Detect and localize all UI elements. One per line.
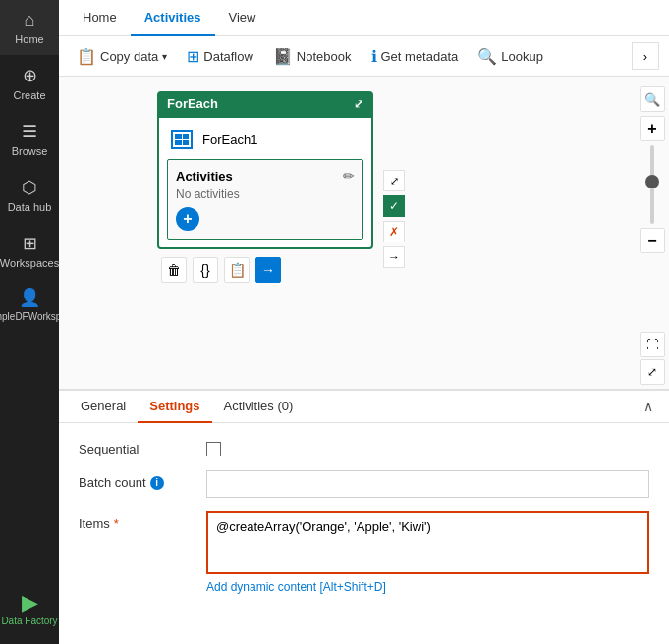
copy-data-arrow: ▾ — [162, 51, 167, 62]
dataflow-label: Dataflow — [203, 49, 253, 64]
copy-button[interactable]: 📋 — [224, 257, 250, 283]
foreach-icon — [167, 126, 196, 153]
sidebar-item-workspaces[interactable]: ⊞ Workspaces — [0, 223, 59, 279]
browse-icon: ☰ — [22, 121, 37, 142]
batch-count-row: Batch count i — [79, 470, 649, 498]
home-icon: ⌂ — [25, 10, 35, 30]
add-activity-button[interactable]: + — [176, 207, 199, 231]
foreach-body: ForEach1 Activities ✏ No activities + — [157, 116, 373, 249]
sidebar-label-workspaces: Workspaces — [0, 257, 59, 269]
sidebar-item-sample[interactable]: 👤 SampleDFWorkspace — [0, 279, 59, 330]
create-icon: ⊕ — [23, 65, 37, 86]
foreach-title: ForEach — [167, 96, 218, 111]
batch-count-label: Batch count i — [79, 470, 196, 490]
notebook-button[interactable]: 📓 Notebook — [265, 43, 360, 70]
lookup-button[interactable]: 🔍 Lookup — [470, 43, 551, 70]
tab-activities[interactable]: Activities — [131, 0, 215, 36]
zoom-track[interactable] — [650, 145, 654, 224]
copy-data-button[interactable]: 📋 Copy data ▾ — [69, 43, 175, 70]
data-hub-icon: ⬡ — [22, 177, 37, 198]
no-activities-text: No activities — [176, 188, 355, 201]
canvas-action-arrow[interactable]: → — [383, 246, 405, 268]
dataflow-button[interactable]: ⊞ Dataflow — [179, 43, 261, 70]
sequential-row: Sequential — [79, 437, 649, 456]
data-factory-icon: ▶ — [22, 590, 38, 616]
foreach-header-icons: ⤢ — [354, 97, 363, 111]
activities-box-title: Activities — [176, 169, 233, 184]
activities-box: Activities ✏ No activities + — [167, 159, 363, 240]
foreach-block[interactable]: ForEach ⤢ ForEach1 Activities — [157, 91, 373, 283]
copy-data-icon: 📋 — [77, 47, 96, 66]
get-metadata-icon: ℹ — [371, 47, 377, 66]
sidebar-item-browse[interactable]: ☰ Browse — [0, 111, 59, 167]
sequential-label: Sequential — [79, 437, 196, 456]
batch-count-info-icon[interactable]: i — [150, 476, 164, 490]
items-textarea[interactable] — [206, 511, 649, 574]
toolbar: 📋 Copy data ▾ ⊞ Dataflow 📓 Notebook ℹ Ge… — [59, 36, 669, 77]
dynamic-content-link[interactable]: Add dynamic content [Alt+Shift+D] — [206, 580, 649, 594]
items-required: * — [114, 516, 119, 531]
zoom-in-button[interactable]: + — [640, 116, 665, 141]
canvas-action-expand[interactable]: ⤢ — [383, 170, 405, 191]
sidebar-item-data-hub[interactable]: ⬡ Data hub — [0, 167, 59, 223]
zoom-thumb[interactable] — [645, 175, 659, 188]
sidebar: ⌂ Home ⊕ Create ☰ Browse ⬡ Data hub ⊞ Wo… — [0, 0, 59, 644]
data-factory-link[interactable]: ▶ Data Factory — [1, 580, 57, 636]
delete-button[interactable]: 🗑 — [161, 257, 187, 283]
foreach-resize-icon[interactable]: ⤢ — [354, 97, 363, 111]
canvas-right-toolbar: 🔍 — [640, 86, 665, 112]
batch-count-input[interactable] — [206, 470, 649, 498]
canvas-action-close[interactable]: ✗ — [383, 221, 405, 242]
batch-count-control — [206, 470, 649, 498]
lookup-icon: 🔍 — [477, 47, 497, 66]
tab-home[interactable]: Home — [69, 0, 131, 36]
copy-data-label: Copy data — [100, 49, 158, 64]
zoom-slider: + − — [640, 116, 665, 253]
canvas-bottom-right: ⛶ ⤢ — [640, 332, 665, 385]
lookup-label: Lookup — [501, 49, 543, 64]
canvas-search-button[interactable]: 🔍 — [640, 86, 665, 112]
panel-collapse-button[interactable]: ∧ — [638, 393, 659, 420]
sample-icon: 👤 — [19, 287, 40, 308]
notebook-icon: 📓 — [273, 47, 293, 66]
canvas-area[interactable]: ForEach ⤢ ForEach1 Activities — [59, 77, 669, 389]
panel-tab-settings[interactable]: Settings — [138, 391, 211, 423]
sidebar-item-create[interactable]: ⊕ Create — [0, 55, 59, 111]
foreach-label-row: ForEach1 — [167, 126, 363, 153]
items-label: Items * — [79, 511, 196, 531]
zoom-out-button[interactable]: − — [640, 228, 665, 253]
sidebar-label-data-hub: Data hub — [8, 201, 52, 213]
json-button[interactable]: {} — [193, 257, 218, 283]
expand-button[interactable]: ⤢ — [640, 359, 665, 385]
notebook-label: Notebook — [297, 49, 352, 64]
panel-tabs: General Settings Activities (0) ∧ — [59, 391, 669, 423]
more-button[interactable]: › — [632, 42, 659, 70]
sidebar-bottom: ▶ Data Factory — [1, 580, 57, 644]
edit-icon[interactable]: ✏ — [343, 168, 355, 184]
panel-content: Sequential Batch count i Items — [59, 423, 669, 644]
fit-screen-button[interactable]: ⛶ — [640, 332, 665, 357]
foreach-header[interactable]: ForEach ⤢ — [157, 91, 373, 116]
sidebar-label-home: Home — [15, 33, 43, 45]
activities-box-header: Activities ✏ — [176, 168, 355, 184]
sidebar-label-browse: Browse — [12, 145, 48, 157]
data-factory-label: Data Factory — [1, 616, 57, 626]
dataflow-icon: ⊞ — [187, 47, 199, 66]
bottom-panel: General Settings Activities (0) ∧ Sequen… — [59, 389, 669, 644]
get-metadata-label: Get metadata — [381, 49, 459, 64]
canvas-action-check[interactable]: ✓ — [383, 195, 405, 217]
panel-tabs-left: General Settings Activities (0) — [69, 391, 305, 422]
panel-tab-activities[interactable]: Activities (0) — [212, 391, 306, 423]
sequential-checkbox[interactable] — [206, 442, 221, 456]
get-metadata-button[interactable]: ℹ Get metadata — [363, 43, 467, 70]
main-content: Home Activities View 📋 Copy data ▾ ⊞ Dat… — [59, 0, 669, 644]
foreach-actions: 🗑 {} 📋 → — [157, 257, 373, 283]
top-tabs: Home Activities View — [59, 0, 669, 36]
canvas-action-icons: ⤢ ✓ ✗ → — [383, 170, 405, 268]
tab-view[interactable]: View — [215, 0, 270, 36]
workspaces-icon: ⊞ — [23, 233, 37, 254]
sidebar-item-home[interactable]: ⌂ Home — [0, 0, 59, 55]
panel-tab-general[interactable]: General — [69, 391, 138, 423]
foreach-icon-inner — [171, 130, 193, 149]
connect-button[interactable]: → — [255, 257, 281, 283]
